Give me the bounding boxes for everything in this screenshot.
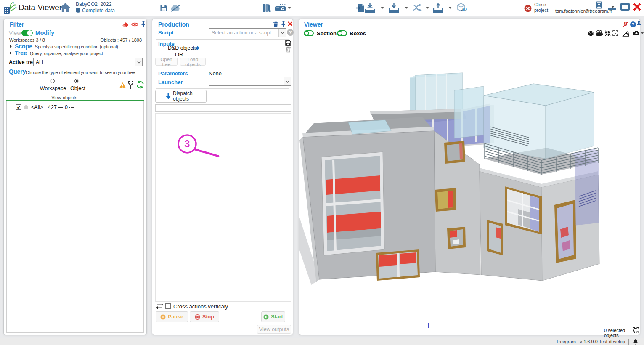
active-tree-label: Active tree — [9, 59, 36, 65]
view-modify-toggle[interactable] — [21, 30, 33, 36]
load-objects-button[interactable]: Load objects — [180, 58, 206, 66]
scope-expander-icon[interactable] — [10, 45, 12, 48]
inputs-trash-icon[interactable] — [286, 46, 291, 53]
home-icon[interactable] — [60, 3, 71, 13]
production-pin-icon[interactable] — [281, 21, 286, 27]
tree-item-status-dot — [24, 105, 28, 109]
export-tray-icon[interactable] — [433, 3, 443, 13]
cross-actions-checkbox[interactable] — [165, 303, 171, 309]
dispatch-objects-button[interactable]: Dispatch objects — [155, 90, 207, 103]
active-tree-select[interactable]: ALL — [33, 58, 143, 66]
tree-fork-icon[interactable] — [127, 81, 135, 89]
cloud-offline-icon[interactable] — [170, 4, 182, 12]
parameters-label: Parameters — [158, 70, 188, 77]
filter-panel-title: Filter — [10, 21, 24, 28]
import-merge-caret-icon[interactable] — [381, 7, 384, 9]
shuffle-caret-icon[interactable] — [426, 7, 429, 9]
save-icon[interactable] — [160, 4, 167, 12]
production-trash-icon[interactable] — [273, 21, 278, 28]
snapshot-camera-icon[interactable] — [633, 30, 640, 36]
viewer-3d-canvas[interactable] — [299, 48, 640, 331]
actions-list-area[interactable] — [155, 113, 291, 302]
modify-toggle-label: Modify — [35, 29, 54, 36]
dispatch-arrow-icon — [166, 93, 171, 99]
view-cube-icon[interactable] — [588, 30, 594, 37]
tree-hint: Query, organize, analyse your project — [30, 51, 103, 56]
tree-label[interactable]: Tree — [15, 50, 27, 56]
snapshot-caret-icon[interactable] — [641, 32, 644, 34]
status-divider — [628, 339, 629, 345]
import-merge-icon[interactable] — [365, 3, 375, 13]
stop-button[interactable]: Stop — [190, 311, 219, 322]
library-icon[interactable] — [262, 3, 273, 13]
import-tray-caret-icon[interactable] — [405, 7, 408, 9]
cyan-glass-boxes — [454, 84, 594, 159]
cube-3d-icon[interactable]: 3D — [456, 3, 466, 12]
viewer-help-icon[interactable]: ? — [630, 21, 636, 27]
window-close-button[interactable] — [633, 3, 641, 11]
workspace-radio[interactable] — [50, 79, 55, 83]
objects-tree-container[interactable]: ✔ <All> 427 0 — [6, 101, 144, 333]
inputs-save-icon[interactable] — [285, 40, 291, 46]
dnd-objects-label[interactable]: D&D objects — [168, 45, 197, 51]
start-icon — [263, 314, 269, 320]
launcher-select[interactable] — [209, 77, 291, 86]
viewer-pin-icon[interactable] — [636, 21, 641, 27]
tree-expander-icon[interactable] — [10, 51, 12, 55]
object-radio[interactable] — [74, 79, 79, 83]
project-name: BabyCO2_2022 — [76, 1, 115, 7]
script-help-icon[interactable]: ? — [287, 29, 294, 36]
selection-box-icon[interactable] — [633, 327, 639, 333]
import-tray-icon[interactable] — [389, 3, 399, 13]
notifications-bell-icon[interactable] — [633, 339, 638, 345]
eye-icon[interactable] — [131, 22, 138, 27]
filter-pin-icon[interactable] — [141, 21, 146, 27]
shuffle-icon[interactable] — [413, 4, 423, 11]
swap-actions-icon[interactable] — [156, 303, 163, 309]
window-maximize-button[interactable] — [620, 3, 630, 11]
script-select[interactable]: Select an action or a script — [209, 28, 286, 37]
viewer-panel-title: Viewer — [304, 21, 323, 28]
measure-triangle-icon[interactable] — [622, 30, 629, 37]
expand-view-icon[interactable] — [612, 30, 618, 36]
top-bar: Data Viewer BabyCO2_2022 Complete data — [0, 0, 644, 16]
status-bar: Treegram - v 1.6.9.0 Test-develop — [0, 338, 644, 345]
eraser-icon[interactable] — [122, 21, 129, 27]
scope-hint: Specify a superfiltering condition (opti… — [35, 44, 118, 49]
tree-item-all[interactable]: ✔ <All> 427 0 — [7, 104, 143, 111]
building-model — [299, 48, 640, 331]
viewer-cursor-tick — [428, 323, 429, 328]
dispatch-objects-label: Dispatch objects — [173, 91, 196, 102]
window-minimize-button[interactable] — [608, 8, 616, 10]
user-email[interactable]: tgm.fpatonnier@treegram.fr — [555, 8, 610, 13]
production-panel-title: Production — [158, 21, 189, 28]
projector-icon[interactable] — [275, 4, 286, 12]
camera-path-icon[interactable] — [596, 30, 603, 36]
launcher-label: Launcher — [158, 79, 183, 85]
boxes-toggle-label: Boxes — [350, 30, 366, 37]
pause-button[interactable]: Pause — [156, 311, 188, 322]
projector-caret-icon[interactable] — [288, 7, 291, 9]
scope-label[interactable]: Scope — [15, 43, 32, 50]
sync-disabled-icon[interactable]: S — [623, 21, 628, 27]
refresh-icon[interactable] — [136, 81, 144, 89]
open-tree-button[interactable]: Open tree — [155, 58, 178, 66]
import-file-icon[interactable] — [356, 3, 365, 13]
view-outputs-button[interactable]: View outputs — [257, 325, 291, 334]
actions-header-box — [155, 104, 291, 112]
project-switcher[interactable]: BabyCO2_2022 Complete data — [76, 1, 115, 13]
view-objects-label: View objects — [37, 95, 92, 100]
start-button[interactable]: Start — [261, 311, 285, 322]
collapse-view-icon[interactable] — [605, 30, 611, 36]
boxes-toggle[interactable] — [337, 30, 347, 36]
production-close-icon[interactable] — [288, 21, 292, 26]
close-project-icon[interactable] — [524, 5, 532, 12]
tree-item-checkbox[interactable]: ✔ — [16, 104, 21, 110]
dnd-arrow-icon — [193, 45, 200, 50]
export-tray-caret-icon[interactable] — [448, 7, 452, 9]
section-toggle[interactable] — [304, 30, 314, 36]
warning-icon — [119, 82, 126, 88]
close-project-label[interactable]: Close project — [534, 2, 553, 13]
tree-item-name: <All> — [31, 104, 43, 110]
user-badge-icon[interactable] — [596, 1, 602, 9]
